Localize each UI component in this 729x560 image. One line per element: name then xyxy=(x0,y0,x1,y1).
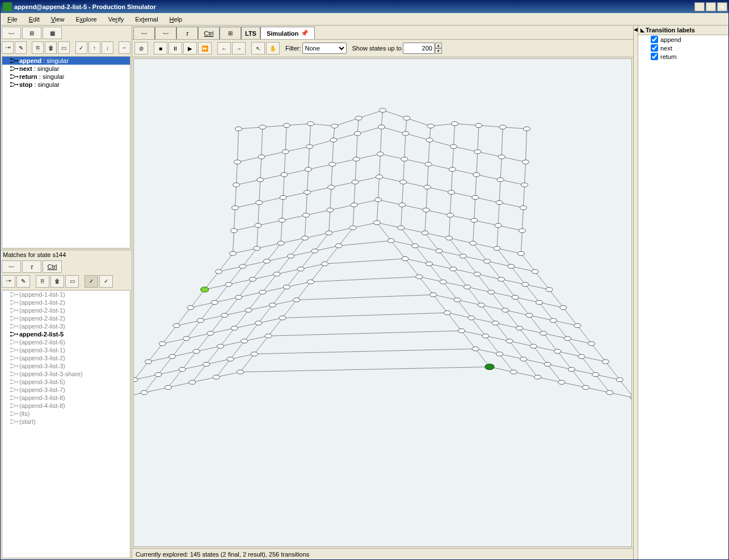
menu-file[interactable]: File xyxy=(3,15,22,24)
tool-edit-icon[interactable]: ✎ xyxy=(15,41,27,54)
match-item[interactable]: (append-1-list-2) xyxy=(2,298,130,306)
show-states-label: Show states up to xyxy=(352,45,402,52)
mtool-graph-icon[interactable]: ◦-◦ xyxy=(2,260,21,273)
show-states-input[interactable] xyxy=(403,43,435,54)
rule-item-append[interactable]: append : singular xyxy=(2,57,130,65)
match-item[interactable]: (append-2-list-1) xyxy=(2,306,130,314)
tab-tree[interactable]: ⊞ xyxy=(220,27,241,39)
sim-pause-icon[interactable]: ⏸ xyxy=(168,42,182,54)
svg-line-73 xyxy=(359,110,382,118)
svg-line-137 xyxy=(523,185,524,208)
tab-tau[interactable]: τ xyxy=(176,27,198,39)
svg-point-447 xyxy=(424,185,431,189)
tab-ctrl[interactable]: Ctrl xyxy=(198,27,220,39)
svg-point-493 xyxy=(211,300,218,304)
mtool-check2-icon[interactable]: ✓ xyxy=(99,275,113,288)
sim-ff-icon[interactable]: ⏩ xyxy=(198,42,212,54)
match-item[interactable]: (append-4-list-8) xyxy=(2,402,130,410)
tab-graph2[interactable]: ◦-◦ xyxy=(155,27,176,39)
tab-lts[interactable]: LTS xyxy=(241,27,260,39)
right-panel-header[interactable]: ◣Transition labels xyxy=(638,26,728,35)
svg-line-112 xyxy=(524,162,525,185)
tool-minus-icon[interactable]: − xyxy=(119,41,130,54)
minimize-button[interactable]: _ xyxy=(694,2,705,11)
show-states-spinner[interactable]: ▴▾ xyxy=(435,43,442,54)
menu-verify[interactable]: Verify xyxy=(104,15,129,24)
tool-up-icon[interactable]: ↑ xyxy=(89,41,100,54)
matches-list[interactable]: (append-1-list-1) (append-1-list-2) (app… xyxy=(2,290,130,558)
sim-pointer-icon[interactable]: ↖ xyxy=(251,42,265,54)
sim-hand-icon[interactable]: ✋ xyxy=(266,42,280,54)
match-item[interactable]: (append-3-list-8) xyxy=(2,394,130,402)
svg-point-479 xyxy=(239,264,246,268)
rule-item-stop[interactable]: stop : singular xyxy=(2,81,130,89)
filter-select[interactable]: None xyxy=(302,43,347,54)
match-item[interactable]: (append-2-list-3) xyxy=(2,322,130,330)
sim-play-icon[interactable]: ▶ xyxy=(183,42,197,54)
svg-point-409 xyxy=(451,121,458,125)
tool-check-icon[interactable]: ✓ xyxy=(75,41,87,54)
right-collapse-handle[interactable]: ◀ xyxy=(633,26,638,559)
svg-line-133 xyxy=(477,175,500,180)
menu-edit[interactable]: Edit xyxy=(24,15,44,24)
sim-forward-icon[interactable]: → xyxy=(232,42,246,54)
mtool-select-icon[interactable]: ⭲ xyxy=(2,275,15,288)
mtool-delete-icon[interactable]: 🗑 xyxy=(50,275,64,288)
svg-line-66 xyxy=(262,127,263,157)
tool-graph-icon[interactable]: ◦-◦ xyxy=(2,27,21,39)
tool-tree-icon[interactable]: ⊞ xyxy=(22,27,41,39)
match-item[interactable]: (lts) xyxy=(2,410,130,418)
tool-delete-icon[interactable]: 🗑 xyxy=(45,41,57,54)
match-item[interactable]: (append-3-list-5) xyxy=(2,378,130,386)
svg-point-42 xyxy=(10,371,11,372)
mtool-edit-icon[interactable]: ✎ xyxy=(16,275,30,288)
match-item[interactable]: (append-2-list-6) xyxy=(2,338,130,346)
tab-graph1[interactable]: ◦-◦ xyxy=(133,27,155,39)
svg-point-579 xyxy=(582,385,589,389)
transition-label-next[interactable]: next xyxy=(638,44,728,52)
tool-rename-icon[interactable]: ▭ xyxy=(58,41,70,54)
menu-explore[interactable]: Explore xyxy=(71,15,101,24)
svg-point-454 xyxy=(279,218,285,222)
mtool-tau-icon[interactable]: τ xyxy=(22,260,41,273)
match-item[interactable]: (append-2-list-2) xyxy=(2,314,130,322)
mtool-rename-icon[interactable]: ▭ xyxy=(65,275,79,288)
mtool-check1-icon[interactable]: ✓ xyxy=(85,275,98,288)
match-item[interactable]: (append-1-list-1) xyxy=(2,290,130,298)
mtool-ctrl-icon[interactable]: Ctrl xyxy=(43,260,62,273)
maximize-button[interactable]: □ xyxy=(706,2,716,11)
transition-label-return[interactable]: return xyxy=(638,52,728,61)
svg-point-421 xyxy=(426,138,433,142)
svg-line-124 xyxy=(355,159,356,182)
svg-point-512 xyxy=(444,311,450,315)
svg-line-110 xyxy=(502,157,525,162)
transition-label-append[interactable]: append xyxy=(638,35,728,44)
match-item[interactable]: (append-3-list-3) xyxy=(2,362,130,370)
menu-view[interactable]: View xyxy=(47,15,69,24)
svg-point-37 xyxy=(10,359,11,360)
tool-select-icon[interactable]: ⭲ xyxy=(2,41,14,54)
menu-help[interactable]: Help xyxy=(165,15,187,24)
mtool-copy-icon[interactable]: ⎘ xyxy=(36,275,49,288)
sim-back-icon[interactable]: ← xyxy=(217,42,231,54)
graph-canvas[interactable] xyxy=(133,58,632,547)
match-item[interactable]: (append-3-list-2) xyxy=(2,354,130,362)
svg-line-106 xyxy=(453,146,477,151)
tool-down-icon[interactable]: ↓ xyxy=(102,41,113,54)
match-item[interactable]: append-2-list-5 xyxy=(2,330,130,338)
tool-copy-icon[interactable]: ⎘ xyxy=(32,41,44,54)
svg-point-43 xyxy=(10,374,11,376)
match-item[interactable]: (append-3-list-3-share) xyxy=(2,370,130,378)
menu-external[interactable]: External xyxy=(130,15,162,24)
tool-grid-icon[interactable]: ▦ xyxy=(43,27,62,39)
rule-item-return[interactable]: return : singular xyxy=(2,73,130,81)
tab-simulation[interactable]: Simulation 📌 xyxy=(260,27,315,39)
rules-tree[interactable]: append : singular next : singular return… xyxy=(2,56,130,249)
rule-item-next[interactable]: next : singular xyxy=(2,65,130,73)
sim-stop-icon[interactable]: ■ xyxy=(154,42,167,54)
sim-nostop-icon[interactable]: ⊘ xyxy=(134,42,148,54)
match-item[interactable]: (append-3-list-1) xyxy=(2,346,130,354)
match-item[interactable]: (append-3-list-7) xyxy=(2,386,130,394)
match-item[interactable]: (start) xyxy=(2,418,130,426)
close-button[interactable]: ✕ xyxy=(717,2,727,11)
